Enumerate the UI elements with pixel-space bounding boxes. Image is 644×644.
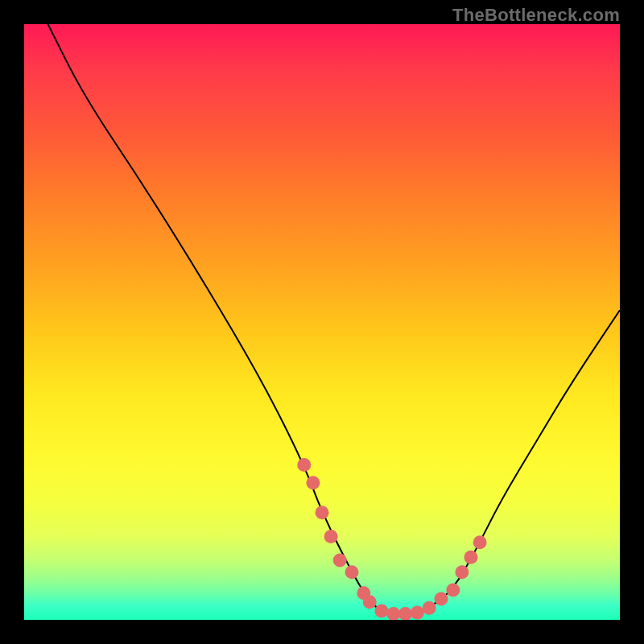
chart-svg <box>24 24 620 620</box>
highlight-dot <box>316 506 329 519</box>
attribution-label: TheBottleneck.com <box>452 5 620 26</box>
highlight-dot <box>423 601 436 615</box>
chart-frame: TheBottleneck.com <box>0 0 644 644</box>
highlight-dots <box>297 458 486 620</box>
highlight-dot <box>398 607 412 620</box>
highlight-dot <box>363 595 377 609</box>
bottleneck-curve <box>48 24 620 614</box>
highlight-dot <box>345 565 359 579</box>
highlight-dot <box>435 592 448 606</box>
highlight-dot <box>324 530 338 543</box>
highlight-dot <box>375 604 389 617</box>
highlight-dot <box>297 458 311 472</box>
highlight-dot <box>446 584 460 597</box>
highlight-dot <box>455 565 469 579</box>
highlight-dot <box>411 606 424 620</box>
highlight-dot <box>464 551 478 564</box>
highlight-dot <box>333 554 347 568</box>
highlight-dot <box>386 607 400 620</box>
highlight-dot <box>473 535 487 549</box>
plot-area <box>24 24 620 620</box>
highlight-dot <box>306 476 320 489</box>
